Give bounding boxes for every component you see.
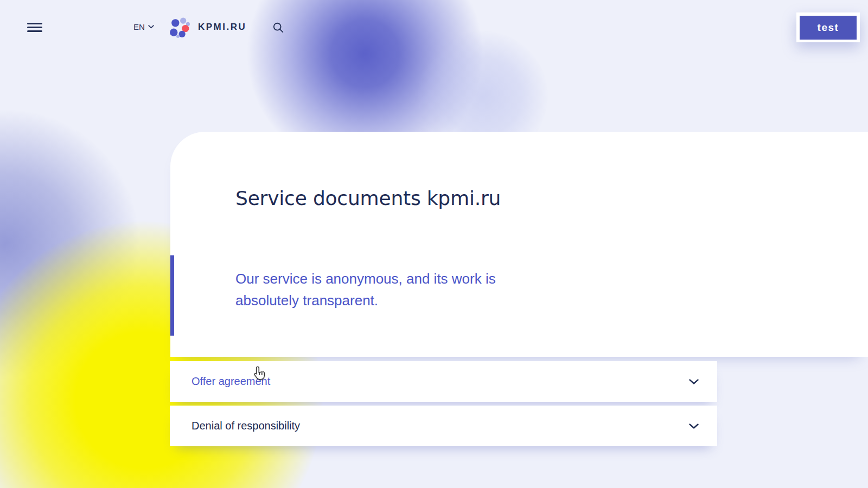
chevron-down-icon [689,423,699,429]
accordion-denial-of-responsibility[interactable]: Denial of responsibility [170,406,717,446]
accordion-label: Offer agreement [192,375,270,388]
quote-text: Our service is anonymous, and its work i… [235,268,496,311]
logo-dots-icon [169,16,191,38]
accordion-offer-agreement[interactable]: Offer agreement [170,361,717,402]
decorative-blob-purple-left [0,108,141,379]
chevron-down-icon [689,379,699,384]
menu-icon[interactable] [27,23,42,32]
test-button[interactable]: test [800,16,857,40]
header: EN KPMI.RU test [0,0,868,54]
search-icon[interactable] [273,22,284,33]
quote-line-2: absolutely transparent. [235,292,378,309]
service-documents-card: Service documents kpmi.ru Our service is… [170,132,868,357]
language-label: EN [133,22,145,31]
accordion-label: Denial of responsibility [192,420,300,432]
logo-text: KPMI.RU [198,22,246,33]
quote-line-1: Our service is anonymous, and its work i… [235,271,496,287]
page-title: Service documents kpmi.ru [235,187,501,209]
test-button-frame: test [796,12,860,42]
logo[interactable]: KPMI.RU [169,16,246,38]
language-selector[interactable]: EN [133,21,154,32]
page: EN KPMI.RU test Servic [0,0,868,488]
quote-accent-bar [170,255,174,336]
chevron-down-icon [148,25,154,29]
